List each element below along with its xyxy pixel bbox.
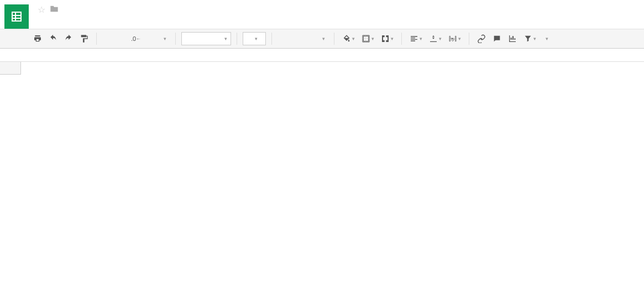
filter-icon[interactable]: ▾ <box>521 32 538 45</box>
link-icon[interactable] <box>475 32 488 45</box>
increase-decimal-button[interactable] <box>145 32 156 45</box>
redo-icon[interactable] <box>62 32 75 45</box>
menubar <box>33 15 644 20</box>
app-header: ☆ <box>0 0 644 29</box>
chart-icon[interactable] <box>506 32 519 45</box>
fill-color-button[interactable]: ▾ <box>340 32 357 45</box>
print-icon[interactable] <box>31 32 44 45</box>
italic-button[interactable] <box>291 32 302 45</box>
formula-input[interactable] <box>21 49 644 61</box>
toolbar: .0← ▾ ▾ ▾ ▾ ▾ ▾ ▾ ▾ ▾ ▾ ▾ ▾ <box>0 29 644 49</box>
borders-button[interactable]: ▾ <box>359 32 376 45</box>
bold-button[interactable] <box>278 32 289 45</box>
text-color-button[interactable]: ▾ <box>317 32 328 45</box>
comment-icon[interactable] <box>490 32 504 45</box>
currency-button[interactable] <box>102 32 113 45</box>
number-format-button[interactable]: ▾ <box>159 32 170 45</box>
sheets-logo[interactable] <box>4 4 29 29</box>
formula-bar <box>0 49 644 62</box>
font-select[interactable]: ▾ <box>181 32 231 45</box>
folder-icon[interactable] <box>50 5 59 15</box>
valign-button[interactable]: ▾ <box>427 32 444 45</box>
merge-button[interactable]: ▾ <box>379 32 396 45</box>
spreadsheet-grid <box>0 62 644 288</box>
paint-format-icon[interactable] <box>77 32 91 45</box>
functions-button[interactable]: ▾ <box>541 32 552 45</box>
select-all-corner[interactable] <box>0 62 21 75</box>
percent-button[interactable] <box>116 32 127 45</box>
undo-icon[interactable] <box>46 32 60 45</box>
decrease-decimal-button[interactable]: .0← <box>129 32 143 45</box>
halign-button[interactable]: ▾ <box>407 32 425 45</box>
star-icon[interactable]: ☆ <box>38 4 45 15</box>
strike-button[interactable] <box>304 32 315 45</box>
wrap-button[interactable]: ▾ <box>446 32 463 45</box>
fontsize-select[interactable]: ▾ <box>243 32 266 45</box>
